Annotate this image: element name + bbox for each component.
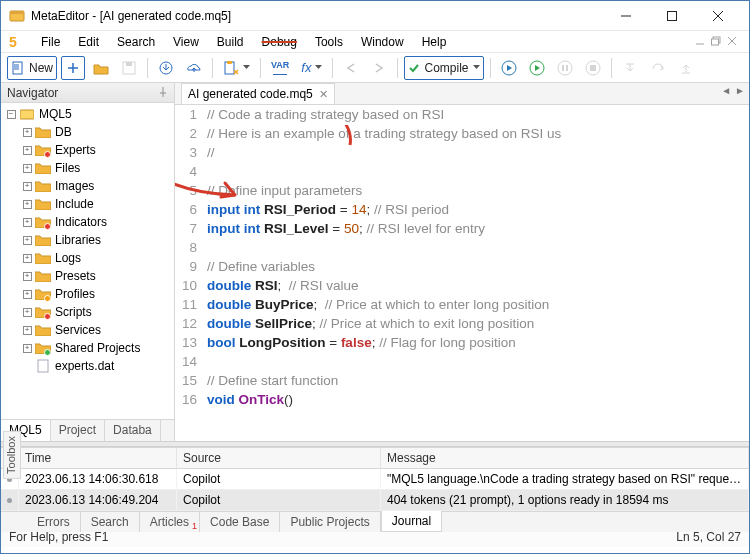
tree-folder-item[interactable]: + Services bbox=[1, 321, 174, 339]
tree-folder-item[interactable]: + Scripts bbox=[1, 303, 174, 321]
tab-public-projects[interactable]: Public Projects bbox=[280, 512, 380, 532]
menu-file[interactable]: File bbox=[33, 33, 68, 51]
tree-folder-item[interactable]: + Logs bbox=[1, 249, 174, 267]
navigator-panel: Navigator − MQL5 + DB+ Experts+ Files+ I… bbox=[1, 83, 175, 441]
step-out-button[interactable] bbox=[674, 56, 698, 80]
app-orange-icon: 5 bbox=[7, 34, 23, 50]
journal-row[interactable]: 2023.06.13 14:06:30.618 Copilot "MQL5 la… bbox=[1, 469, 749, 490]
tab-scroll-right-icon[interactable]: ► bbox=[735, 85, 745, 96]
debug-start-real-button[interactable] bbox=[497, 56, 521, 80]
minimize-button[interactable] bbox=[603, 1, 649, 30]
code-source[interactable]: // Code a trading strategy based on RSI/… bbox=[203, 105, 749, 441]
debug-pause-button[interactable] bbox=[553, 56, 577, 80]
separator bbox=[332, 58, 333, 78]
tree-folder-item[interactable]: + Profiles bbox=[1, 285, 174, 303]
tree-root[interactable]: − MQL5 bbox=[1, 105, 174, 123]
new-button[interactable]: New bbox=[7, 56, 57, 80]
navigator-title-bar: Navigator bbox=[1, 83, 174, 103]
copilot-paste-button[interactable] bbox=[219, 56, 254, 80]
tree-folder-item[interactable]: + Presets bbox=[1, 267, 174, 285]
editor-tab-bar: AI generated code.mq5 ✕ ◄ ► bbox=[175, 83, 749, 105]
pin-icon[interactable] bbox=[158, 86, 168, 100]
navigator-tabs: MQL5 Project Databa bbox=[1, 419, 174, 441]
maximize-button[interactable] bbox=[649, 1, 695, 30]
svg-rect-12 bbox=[13, 62, 22, 74]
tree-folder-item[interactable]: + Include bbox=[1, 195, 174, 213]
svg-rect-22 bbox=[227, 61, 232, 64]
col-message[interactable]: Message bbox=[381, 448, 749, 469]
tree-folder-item[interactable]: + Shared Projects bbox=[1, 339, 174, 357]
tree-file-item[interactable]: experts.dat bbox=[1, 357, 174, 375]
navigator-title: Navigator bbox=[7, 86, 58, 100]
journal-row[interactable]: 2023.06.13 14:06:49.204 Copilot 404 toke… bbox=[1, 490, 749, 511]
forward-button[interactable] bbox=[367, 56, 391, 80]
folder-icon bbox=[35, 125, 51, 139]
tree-folder-item[interactable]: + Experts bbox=[1, 141, 174, 159]
navigator-tree[interactable]: − MQL5 + DB+ Experts+ Files+ Images+ Inc… bbox=[1, 103, 174, 419]
tab-codebase[interactable]: Code Base bbox=[200, 512, 280, 532]
menu-window[interactable]: Window bbox=[353, 33, 412, 51]
variables-button[interactable]: VAR bbox=[267, 56, 293, 80]
svg-rect-29 bbox=[590, 65, 596, 71]
svg-rect-3 bbox=[668, 11, 677, 20]
svg-rect-19 bbox=[126, 62, 132, 66]
tree-folder-item[interactable]: + Libraries bbox=[1, 231, 174, 249]
svg-text:5: 5 bbox=[9, 35, 17, 49]
journal-grid[interactable]: Time Source Message bbox=[1, 448, 749, 469]
step-into-button[interactable] bbox=[618, 56, 642, 80]
menu-build[interactable]: Build bbox=[209, 33, 252, 51]
upload-button[interactable] bbox=[182, 56, 206, 80]
mdi-close-icon[interactable] bbox=[727, 35, 739, 49]
compile-button[interactable]: Compile bbox=[404, 56, 483, 80]
mdi-restore-icon[interactable] bbox=[711, 35, 723, 49]
nav-tab-database[interactable]: Databa bbox=[105, 420, 161, 441]
code-editor[interactable]: 12345678910111213141516 // Code a tradin… bbox=[175, 105, 749, 441]
debug-stop-button[interactable] bbox=[581, 56, 605, 80]
menu-tools[interactable]: Tools bbox=[307, 33, 351, 51]
menu-help[interactable]: Help bbox=[414, 33, 455, 51]
menu-edit[interactable]: Edit bbox=[70, 33, 107, 51]
tree-folder-item[interactable]: + DB bbox=[1, 123, 174, 141]
tree-folder-item[interactable]: + Files bbox=[1, 159, 174, 177]
menu-debug[interactable]: Debug bbox=[254, 33, 305, 51]
tree-folder-item[interactable]: + Indicators bbox=[1, 213, 174, 231]
svg-rect-1 bbox=[10, 11, 24, 14]
editor-tab[interactable]: AI generated code.mq5 ✕ bbox=[181, 83, 335, 104]
tab-articles[interactable]: Articles1 bbox=[140, 512, 200, 532]
tree-folder-item[interactable]: + Images bbox=[1, 177, 174, 195]
new-plus-button[interactable] bbox=[61, 56, 85, 80]
tab-scroll-left-icon[interactable]: ◄ bbox=[721, 85, 731, 96]
separator bbox=[490, 58, 491, 78]
bottom-panel: Time Source Message 2023.06.13 14:06:30.… bbox=[1, 447, 749, 525]
function-button[interactable]: fx bbox=[297, 56, 326, 80]
file-icon bbox=[35, 359, 51, 373]
toolbox-side-tab[interactable]: Toolbox bbox=[3, 431, 21, 479]
close-tab-icon[interactable]: ✕ bbox=[319, 88, 328, 101]
tab-search[interactable]: Search bbox=[81, 512, 140, 532]
new-button-label: New bbox=[29, 61, 53, 75]
save-button[interactable] bbox=[117, 56, 141, 80]
separator bbox=[212, 58, 213, 78]
nav-tab-project[interactable]: Project bbox=[51, 420, 105, 441]
open-button[interactable] bbox=[89, 56, 113, 80]
download-button[interactable] bbox=[154, 56, 178, 80]
col-source[interactable]: Source bbox=[177, 448, 381, 469]
mdi-minimize-icon[interactable] bbox=[695, 35, 707, 49]
bottom-tabs: Errors Search Articles1 Code Base Public… bbox=[1, 511, 749, 532]
folder-icon bbox=[35, 179, 51, 193]
tab-journal[interactable]: Journal bbox=[381, 511, 442, 532]
menu-view[interactable]: View bbox=[165, 33, 207, 51]
folder-icon bbox=[35, 287, 51, 301]
close-button[interactable] bbox=[695, 1, 741, 30]
debug-start-button[interactable] bbox=[525, 56, 549, 80]
col-time[interactable]: Time bbox=[19, 448, 177, 469]
title-bar: MetaEditor - [AI generated code.mq5] bbox=[1, 1, 749, 31]
window-title: MetaEditor - [AI generated code.mq5] bbox=[31, 9, 603, 23]
back-button[interactable] bbox=[339, 56, 363, 80]
mql5-icon bbox=[19, 107, 35, 121]
folder-icon bbox=[35, 197, 51, 211]
tab-errors[interactable]: Errors bbox=[27, 512, 81, 532]
step-over-button[interactable] bbox=[646, 56, 670, 80]
menu-bar: 5 File Edit Search View Build Debug Tool… bbox=[1, 31, 749, 53]
menu-search[interactable]: Search bbox=[109, 33, 163, 51]
